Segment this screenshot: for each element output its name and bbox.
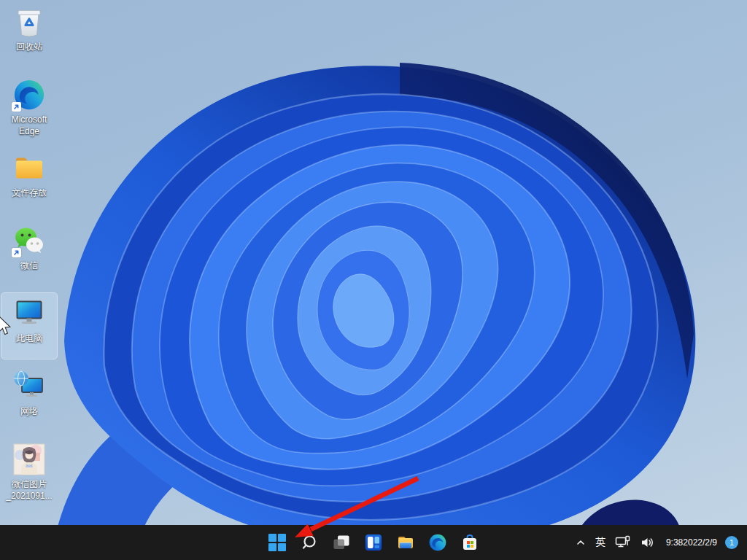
speaker-icon bbox=[640, 536, 655, 549]
desktop-icon-wechat-image[interactable]: 微信图片 _2021091... bbox=[1, 439, 57, 505]
wechat-icon bbox=[12, 223, 47, 258]
widgets-button[interactable] bbox=[359, 528, 388, 557]
this-pc-icon bbox=[12, 296, 47, 331]
shortcut-arrow-icon bbox=[12, 102, 21, 112]
file-explorer-icon bbox=[396, 533, 415, 552]
icon-label: 微信 bbox=[20, 260, 38, 272]
icon-label: Microsoft Edge bbox=[12, 114, 47, 137]
notification-badge[interactable]: 1 bbox=[725, 536, 738, 549]
microsoft-store-button[interactable] bbox=[455, 528, 484, 557]
image-thumbnail bbox=[12, 442, 47, 477]
search-icon bbox=[301, 534, 318, 551]
icon-label: 文件存放 bbox=[12, 187, 47, 199]
edge-icon bbox=[12, 77, 47, 112]
file-explorer-button[interactable] bbox=[391, 528, 420, 557]
desktop-icon-recycle-bin[interactable]: 回收站 bbox=[1, 1, 57, 67]
task-view-icon bbox=[332, 533, 351, 552]
desktop-icon-wechat[interactable]: 微信 bbox=[1, 220, 57, 286]
clock-time: 9:38 bbox=[666, 537, 683, 548]
icon-label: 回收站 bbox=[16, 42, 42, 53]
desktop-icon-microsoft-edge[interactable]: Microsoft Edge bbox=[1, 74, 57, 140]
clock-date: 2022/2/9 bbox=[683, 537, 717, 548]
volume-tray-button[interactable] bbox=[637, 528, 659, 557]
ime-indicator[interactable]: 英 bbox=[592, 528, 609, 557]
desktop-icon-network[interactable]: 网络 bbox=[1, 366, 57, 432]
tray-overflow-button[interactable] bbox=[571, 528, 590, 557]
network-icon bbox=[12, 369, 47, 404]
icon-label: 微信图片 _2021091... bbox=[6, 479, 52, 502]
edge-button[interactable] bbox=[423, 528, 452, 557]
wallpaper-bloom bbox=[0, 0, 747, 560]
microsoft-store-icon bbox=[460, 533, 479, 552]
start-button[interactable] bbox=[263, 528, 292, 557]
search-button[interactable] bbox=[295, 528, 324, 557]
windows-logo-icon bbox=[268, 533, 287, 552]
system-tray: 英 9:38 2022/2/9 1 bbox=[571, 525, 747, 560]
edge-icon bbox=[428, 533, 447, 552]
chevron-up-icon bbox=[575, 537, 587, 548]
widgets-icon bbox=[364, 533, 383, 552]
taskbar-center bbox=[263, 525, 484, 560]
recycle-bin-icon bbox=[12, 4, 47, 39]
icon-label: 网络 bbox=[20, 406, 38, 418]
clock[interactable]: 9:38 2022/2/9 bbox=[663, 528, 720, 557]
desktop-icon-column: 回收站 Microsoft Edge 文件存 bbox=[1, 1, 58, 505]
ethernet-network-icon bbox=[614, 535, 632, 550]
taskbar: 英 9:38 2022/2/9 1 bbox=[0, 525, 747, 560]
desktop-icon-file-folder[interactable]: 文件存放 bbox=[1, 147, 57, 213]
folder-icon bbox=[12, 150, 47, 185]
desktop-icon-this-pc[interactable]: 此电脑 bbox=[1, 293, 57, 359]
task-view-button[interactable] bbox=[327, 528, 356, 557]
shortcut-arrow-icon bbox=[12, 248, 21, 257]
icon-label: 此电脑 bbox=[16, 333, 42, 345]
network-tray-button[interactable] bbox=[611, 528, 635, 557]
